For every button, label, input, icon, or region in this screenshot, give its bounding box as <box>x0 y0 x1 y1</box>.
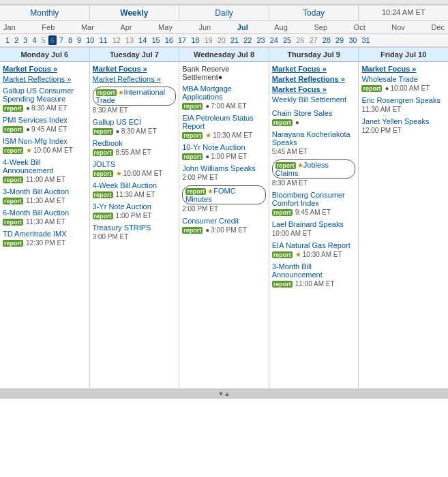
col-body-3: Market Focus »Market Reflections »Market… <box>269 62 359 294</box>
day-25[interactable]: 25 <box>281 35 293 45</box>
event-name-2-2[interactable]: MBA Mortgage Applications <box>182 84 266 101</box>
period-today[interactable]: Today <box>269 5 359 20</box>
event-name-3-8[interactable]: Chain Store Sales <box>272 109 356 117</box>
day-29[interactable]: 29 <box>333 35 346 45</box>
event-name-4-6[interactable]: Janet Yellen Speaks <box>361 117 445 125</box>
event-name-4-4[interactable]: Eric Rosengren Speaks <box>361 96 445 104</box>
day-11[interactable]: 11 <box>97 35 109 45</box>
event-name-0-3[interactable]: Gallup US Consumer Spending Measure <box>3 87 87 103</box>
day-18[interactable]: 18 <box>189 35 201 45</box>
period-daily[interactable]: Daily <box>179 5 269 20</box>
day-8[interactable]: 8 <box>66 35 74 45</box>
col-body-0: Market Focus »Market Reflections »Gallup… <box>0 62 89 253</box>
event-name-text: Consumer Credit <box>182 217 239 225</box>
event-name-0-15[interactable]: TD Ameritrade IMX <box>3 230 87 238</box>
day-14[interactable]: 14 <box>136 35 149 45</box>
month-feb[interactable]: Feb <box>42 23 55 31</box>
market-focus2-link-3-2[interactable]: Market Reflections » <box>272 75 356 83</box>
day-24[interactable]: 24 <box>268 35 280 45</box>
event-name-0-5[interactable]: PMI Services Index <box>3 116 87 124</box>
day-15[interactable]: 15 <box>149 35 162 45</box>
period-selector: MonthlyWeeklyDailyToday10:24 AM ET <box>0 5 448 21</box>
month-jul[interactable]: Jul <box>237 23 248 31</box>
event-name-2-6[interactable]: 10-Yr Note Auction <box>182 143 266 151</box>
period-weekly[interactable]: Weekly <box>90 5 180 20</box>
month-oct[interactable]: Oct <box>354 23 365 31</box>
event-name-1-9[interactable]: JOLTS <box>93 160 177 168</box>
event-name-3-12[interactable]: report★Jobless Claims 8:30 AM ET <box>272 159 356 187</box>
day-27[interactable]: 27 <box>307 35 319 45</box>
event-name-0-11[interactable]: 3-Month Bill Auction <box>3 187 87 196</box>
event-name-0-7[interactable]: ISM Non-Mfg Index <box>3 137 87 145</box>
event-name-3-10[interactable]: Narayana Kocherlakota Speaks <box>272 130 356 147</box>
market-focus2-link-3-4[interactable]: Market Focus » <box>272 85 356 93</box>
day-2[interactable]: 2 <box>12 35 20 45</box>
month-nov[interactable]: Nov <box>391 23 405 31</box>
event-meta-0-3: report●8:30 AM ET <box>3 104 87 112</box>
event-name-1-3[interactable]: report★International Trade 8:30 AM ET <box>93 87 177 114</box>
event-name-3-18[interactable]: EIA Natural Gas Report <box>272 241 356 249</box>
month-mar[interactable]: Mar <box>81 23 94 31</box>
event-name-3-20[interactable]: 3-Month Bill Announcement <box>272 262 356 279</box>
day-22[interactable]: 22 <box>241 35 254 45</box>
day-20[interactable]: 20 <box>215 35 228 45</box>
event-name-1-7[interactable]: Redbook <box>93 139 177 147</box>
top-navigation <box>0 0 448 5</box>
market-focus-link-4[interactable]: Market Focus » <box>361 65 445 73</box>
day-4[interactable]: 4 <box>30 35 38 45</box>
day-3[interactable]: 3 <box>21 35 29 45</box>
day-13[interactable]: 13 <box>123 35 136 45</box>
day-31[interactable]: 31 <box>359 35 372 45</box>
day-17[interactable]: 17 <box>176 35 188 45</box>
day-10[interactable]: 10 <box>84 35 96 45</box>
event-name-3-6[interactable]: Weekly Bill Settlement <box>272 95 356 104</box>
month-apr[interactable]: Apr <box>120 23 132 31</box>
event-name-4-2[interactable]: Wholesale Trade <box>361 75 445 83</box>
event-time: 11:30 AM ET <box>26 218 65 226</box>
day-1[interactable]: 1 <box>3 35 12 45</box>
day-9[interactable]: 9 <box>75 35 83 45</box>
event-name-2-10[interactable]: report★FOMC Minutes 2:00 PM ET <box>182 185 266 213</box>
event-name-text: 3-Month Bill Auction <box>3 187 69 196</box>
event-name-1-11[interactable]: 4-Week Bill Auction <box>93 181 177 189</box>
market-reflections-link-1[interactable]: Market Reflections » <box>93 75 177 83</box>
day-21[interactable]: 21 <box>228 35 241 45</box>
month-jun[interactable]: Jun <box>198 23 211 31</box>
month-sep[interactable]: Sep <box>314 23 327 31</box>
month-aug[interactable]: Aug <box>274 23 288 31</box>
day-26[interactable]: 26 <box>294 35 306 45</box>
event-name-1-5[interactable]: Gallup US ECI <box>93 118 177 126</box>
event-name-0-13[interactable]: 6-Month Bill Auction <box>3 209 87 217</box>
event-time: 10:00 AM ET <box>390 84 430 92</box>
month-dec[interactable]: Dec <box>431 23 445 31</box>
market-focus-link-0[interactable]: Market Focus » <box>3 65 87 73</box>
day-23[interactable]: 23 <box>254 35 267 45</box>
day-28[interactable]: 28 <box>320 35 333 45</box>
event-name-text: Redbook <box>93 139 123 147</box>
event-time: 5:45 AM ET <box>272 148 308 155</box>
market-reflections-link-0[interactable]: Market Reflections » <box>3 75 87 83</box>
event-name-1-13[interactable]: 3-Yr Note Auction <box>93 202 177 211</box>
day-16[interactable]: 16 <box>163 35 175 45</box>
period-monthly[interactable]: Monthly <box>0 5 90 20</box>
event-meta-2-6: report●1:00 PM ET <box>182 153 266 160</box>
day-7[interactable]: 7 <box>57 35 65 45</box>
month-may[interactable]: May <box>158 23 173 31</box>
event-name-3-16[interactable]: Lael Brainard Speaks <box>272 220 356 228</box>
event-name-1-15[interactable]: Treasury STRIPS <box>93 224 177 232</box>
month-jan[interactable]: Jan <box>3 23 16 31</box>
event-name-2-4[interactable]: EIA Petroleum Status Report <box>182 114 266 130</box>
event-name-2-12[interactable]: Consumer Credit <box>182 217 266 225</box>
report-badge: report <box>3 105 23 112</box>
day-6[interactable]: 6 <box>48 35 57 45</box>
market-focus-link-3[interactable]: Market Focus » <box>272 65 356 73</box>
event-name-3-14[interactable]: Bloomberg Consumer Comfort Index <box>272 191 356 207</box>
day-5[interactable]: 5 <box>40 35 48 45</box>
event-name-0-9[interactable]: 4-Week Bill Announcement <box>3 158 87 174</box>
event-name-2-8[interactable]: John Williams Speaks <box>182 164 266 172</box>
market-focus-link-1[interactable]: Market Focus » <box>93 65 177 73</box>
day-12[interactable]: 12 <box>110 35 123 45</box>
day-19[interactable]: 19 <box>202 35 214 45</box>
day-30[interactable]: 30 <box>346 35 359 45</box>
period-10-24-am-et[interactable]: 10:24 AM ET <box>359 5 448 20</box>
